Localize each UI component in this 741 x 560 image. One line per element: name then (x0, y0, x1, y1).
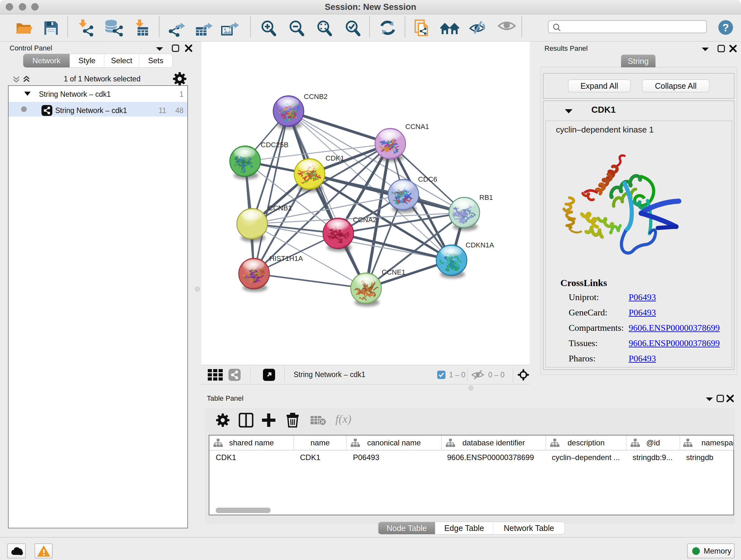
svg-text:CDKN1A: CDKN1A (466, 241, 494, 249)
svg-text:CCNE1: CCNE1 (382, 268, 406, 276)
svg-text:CDK1: CDK1 (326, 154, 344, 162)
svg-text:CCNB1: CCNB1 (268, 204, 292, 212)
svg-text:CCNA1: CCNA1 (405, 123, 429, 131)
svg-text:CDC25B: CDC25B (261, 141, 288, 149)
svg-text:RB1: RB1 (479, 193, 493, 201)
svg-text:?: ? (723, 21, 729, 34)
svg-text:CCNB2: CCNB2 (304, 92, 328, 101)
svg-text:HIST1H1A: HIST1H1A (269, 254, 303, 262)
svg-text:CDC6: CDC6 (418, 175, 437, 183)
svg-text:CCNA2: CCNA2 (353, 216, 377, 224)
